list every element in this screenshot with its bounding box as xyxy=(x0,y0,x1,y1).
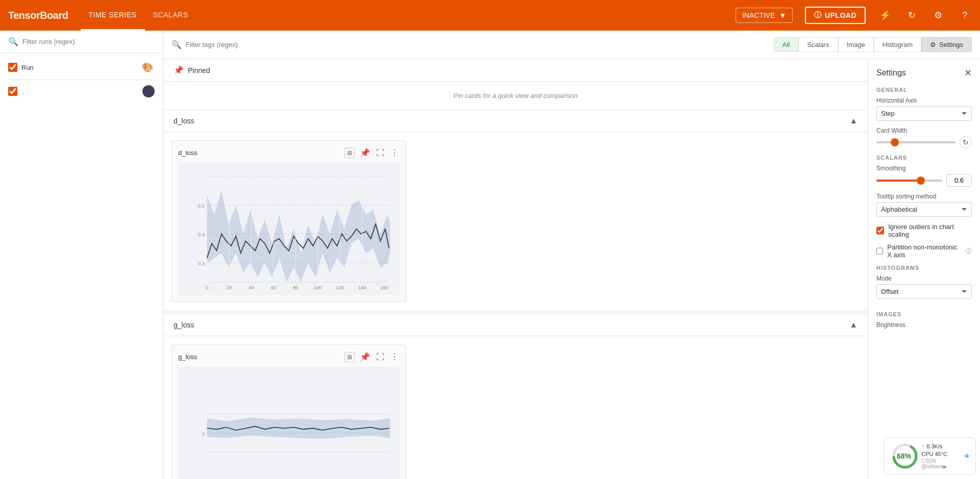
mode-select[interactable]: Offset Overlay xyxy=(876,284,972,299)
chart-card-title-d-loss: d_loss xyxy=(178,149,198,157)
card-width-reset-button[interactable]: ↻ xyxy=(960,136,972,148)
filter-tabs: All Scalars Image Histogram ⚙ Settings xyxy=(774,37,972,52)
chevron-up-icon-d-loss: ▲ xyxy=(849,116,857,125)
chart-group-title-g-loss: g_loss xyxy=(174,321,194,329)
chart-area-d-loss: 0.5 0.4 0.3 0 20 40 60 80 100 xyxy=(178,163,400,295)
run-checkbox-run[interactable] xyxy=(8,63,17,72)
settings-header: Settings ✕ xyxy=(876,67,972,79)
svg-text:140: 140 xyxy=(358,285,366,290)
horizontal-axis-label: Horizontal Axis xyxy=(876,97,972,104)
sidebar: 🔍 Run 🎨 . ‹ xyxy=(0,31,163,479)
source-row: CSDN @relivera▶ xyxy=(921,458,960,469)
sys-info: ↑ 0.3K/s CPU 45°C CSDN @relivera▶ xyxy=(921,443,960,469)
tab-image[interactable]: Image xyxy=(838,37,874,52)
svg-text:160: 160 xyxy=(380,285,388,290)
run-divider xyxy=(8,80,155,80)
chart-card-title-g-loss: g_loss xyxy=(178,353,198,361)
pin-btn-g-loss[interactable]: 📌 xyxy=(359,351,371,363)
svg-text:60: 60 xyxy=(271,285,276,290)
run-color-dot[interactable] xyxy=(142,85,155,97)
settings-button[interactable]: ⚙ Settings xyxy=(921,37,972,52)
chart-group-title-d-loss: d_loss xyxy=(174,117,194,125)
fullscreen-btn-g-loss[interactable]: ⛶ xyxy=(375,351,385,363)
settings-close-button[interactable]: ✕ xyxy=(964,67,972,79)
pin-btn-d-loss[interactable]: 📌 xyxy=(359,147,371,159)
partition-label: Partition non-monotonic X axis xyxy=(887,243,962,259)
cpu-percent: 68% xyxy=(897,452,911,460)
topnav: TensorBoard TIME SERIES SCALARS INACTIVE… xyxy=(0,0,980,31)
pinned-section: 📌 Pinned xyxy=(163,59,868,82)
smoothing-slider[interactable] xyxy=(876,180,942,182)
expand-icon-d-loss[interactable]: ⊞ xyxy=(345,148,355,158)
chart-group-header-g-loss[interactable]: g_loss ▲ xyxy=(163,314,868,336)
chevron-up-icon-g-loss: ▲ xyxy=(849,320,857,330)
nav-links: TIME SERIES SCALARS xyxy=(81,0,197,31)
sys-expand-button[interactable]: + xyxy=(965,451,969,461)
ignore-outliers-checkbox[interactable] xyxy=(876,226,884,235)
expand-icon-g-loss[interactable]: ⊞ xyxy=(345,352,355,362)
help-icon[interactable]: ? xyxy=(958,8,972,22)
upload-button[interactable]: ⓘ UPLOAD xyxy=(805,7,866,24)
filter-tags-input[interactable] xyxy=(186,41,766,48)
chart-svg-d-loss: 0.5 0.4 0.3 0 20 40 60 80 100 xyxy=(178,163,400,295)
chart-grid-d-loss: d_loss ⊞ 📌 ⛶ ⋮ xyxy=(163,132,868,310)
tab-histogram[interactable]: Histogram xyxy=(874,37,921,52)
settings-scalars-title: SCALARS xyxy=(876,155,972,161)
tooltip-sort-select[interactable]: Alphabetical Ascending Descending None xyxy=(876,202,972,217)
svg-text:0.3: 0.3 xyxy=(198,261,205,266)
tooltip-sort-label: Tooltip sorting method xyxy=(876,193,972,200)
gear-icon[interactable]: ⚙ xyxy=(931,8,945,22)
sidebar-search: 🔍 xyxy=(0,31,163,53)
filter-runs-input[interactable] xyxy=(22,38,155,45)
ignore-outliers-row: Ignore outliers in chart scaling xyxy=(876,223,972,238)
net-speed: 0.3K/s xyxy=(926,443,942,449)
chart-card-g-loss: g_loss ⊞ 📌 ⛶ ⋮ xyxy=(172,344,406,479)
partition-checkbox[interactable] xyxy=(876,247,883,255)
refresh-icon[interactable]: ↻ xyxy=(904,8,919,22)
logo-text: TensorBoard xyxy=(8,10,68,21)
tab-scalars[interactable]: Scalars xyxy=(798,37,838,52)
settings-general-title: GENERAL xyxy=(876,87,972,93)
svg-text:120: 120 xyxy=(336,285,344,290)
search-icon: 🔍 xyxy=(8,37,18,46)
svg-text:80: 80 xyxy=(293,285,298,290)
run-color-icon-run[interactable]: 🎨 xyxy=(140,60,155,74)
svg-text:3: 3 xyxy=(202,431,205,437)
scroll-area: 📌 Pinned Pin cards for a quick view and … xyxy=(163,59,868,479)
sidebar-runs: Run 🎨 . xyxy=(0,53,163,105)
smoothing-label: Smoothing xyxy=(876,165,972,172)
chart-card-header-g-loss: g_loss ⊞ 📌 ⛶ ⋮ xyxy=(178,351,400,363)
brightness-label: Brightness xyxy=(876,321,972,329)
chart-area-g-loss: 3 xyxy=(178,367,400,479)
tab-all[interactable]: All xyxy=(774,37,798,52)
app-logo: TensorBoard xyxy=(8,10,68,21)
cpu-circle: 68% xyxy=(891,442,917,470)
run-checkbox-dot[interactable] xyxy=(8,87,17,96)
partition-help-icon: ⓘ xyxy=(966,247,972,256)
svg-text:0.5: 0.5 xyxy=(198,203,205,209)
smoothing-value-input[interactable]: 0.6 xyxy=(946,174,972,187)
card-width-slider[interactable] xyxy=(876,141,955,143)
chart-group-header-d-loss[interactable]: d_loss ▲ xyxy=(163,110,868,132)
run-label-dot: . xyxy=(21,88,138,95)
run-label-run: Run xyxy=(21,64,136,71)
horizontal-axis-select[interactable]: Step Relative Wall xyxy=(876,106,972,121)
svg-text:0: 0 xyxy=(206,285,208,290)
chart-group-g-loss: g_loss ▲ g_loss ⊞ 📌 ⛶ ⋮ xyxy=(163,314,868,479)
source-label: CSDN @relivera▶ xyxy=(921,458,960,469)
nav-link-timeseries[interactable]: TIME SERIES xyxy=(81,0,145,31)
lightning-icon[interactable]: ⚡ xyxy=(878,8,892,22)
card-width-row: ↻ xyxy=(876,136,972,148)
status-selector[interactable]: INACTIVE ▼ xyxy=(736,8,793,23)
main-layout: 🔍 Run 🎨 . ‹ 🔍 xyxy=(0,31,980,479)
mode-label: Mode xyxy=(876,275,972,282)
chart-card-header-d-loss: d_loss ⊞ 📌 ⛶ ⋮ xyxy=(178,147,400,159)
settings-images-title: IMAGES xyxy=(876,311,972,317)
fullscreen-btn-d-loss[interactable]: ⛶ xyxy=(375,147,385,159)
cpu-row: CPU 45°C xyxy=(921,451,960,457)
upload-circle-icon: ⓘ xyxy=(814,11,822,20)
more-btn-d-loss[interactable]: ⋮ xyxy=(389,147,400,159)
more-btn-g-loss[interactable]: ⋮ xyxy=(389,351,400,363)
nav-link-scalars[interactable]: SCALARS xyxy=(145,0,197,31)
chart-grid-g-loss: g_loss ⊞ 📌 ⛶ ⋮ xyxy=(163,336,868,479)
